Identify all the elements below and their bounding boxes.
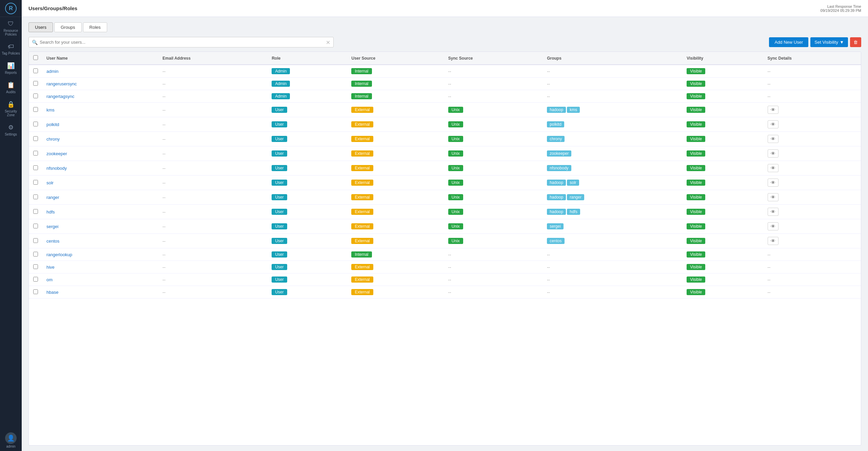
user-link[interactable]: sergei [46, 224, 58, 229]
select-all-checkbox[interactable] [33, 55, 38, 60]
role-badge: User [272, 194, 287, 200]
user-link[interactable]: centos [46, 239, 59, 244]
row-checkbox[interactable] [33, 252, 38, 257]
sidebar-item-label: Audits [6, 90, 16, 94]
row-checkbox[interactable] [33, 81, 38, 86]
sync-details-value: -- [768, 265, 771, 270]
user-link[interactable]: solr [46, 180, 54, 185]
row-checkbox[interactable] [33, 289, 38, 294]
row-checkbox[interactable] [33, 180, 38, 185]
user-link[interactable]: hbase [46, 290, 58, 295]
user-link[interactable]: kms [46, 107, 55, 112]
sync-details-eye-button[interactable]: 👁 [768, 120, 778, 128]
app-logo-icon[interactable]: R [5, 3, 17, 14]
table-row: rangerlookup--UserInternal----Visible-- [29, 248, 861, 261]
search-input[interactable] [28, 37, 334, 47]
group-badge[interactable]: nfsnobody [547, 165, 571, 171]
sidebar-item-resource-policies[interactable]: 🛡 Resource Policies [0, 17, 22, 40]
table-row: zookeeper--UserExternalUnixzookeeperVisi… [29, 146, 861, 161]
sidebar-item-security-zone[interactable]: 🔒 Security Zone [0, 97, 22, 120]
group-badge[interactable]: kms [567, 107, 580, 113]
user-link[interactable]: hdfs [46, 209, 55, 214]
group-badge[interactable]: hadoop [547, 107, 566, 113]
sync-details-eye-button[interactable]: 👁 [768, 208, 778, 216]
row-checkbox[interactable] [33, 151, 38, 156]
visibility-badge: Visible [687, 289, 705, 295]
table-row: kms--UserExternalUnixhadoopkmsVisible👁 [29, 103, 861, 117]
sidebar-item-reports[interactable]: 📊 Reports [0, 59, 22, 78]
tab-roles[interactable]: Roles [83, 22, 107, 32]
group-badge[interactable]: zookeeper [547, 150, 571, 157]
role-badge: User [272, 107, 287, 113]
group-badge[interactable]: sergei [547, 223, 564, 229]
sync-details-value: -- [768, 69, 771, 74]
group-badge[interactable]: chrony [547, 136, 565, 142]
sync-details-eye-button[interactable]: 👁 [768, 179, 778, 187]
main-area: Users/Groups/Roles Last Response Time 09… [22, 0, 868, 451]
group-badge[interactable]: hadoop [547, 209, 566, 215]
groups-value: -- [547, 265, 550, 270]
email-value: -- [162, 239, 165, 244]
sidebar-item-label: Tag Policies [2, 52, 20, 55]
tab-users[interactable]: Users [28, 22, 53, 32]
user-link[interactable]: om [46, 277, 53, 282]
table-row: hbase--UserExternal----Visible-- [29, 286, 861, 299]
user-link[interactable]: admin [46, 69, 58, 74]
sync-details-eye-button[interactable]: 👁 [768, 135, 778, 143]
sidebar-item-settings[interactable]: ⚙ Settings [0, 120, 22, 140]
role-badge: User [272, 251, 287, 258]
col-username: User Name [42, 52, 158, 65]
table-header-row: User Name Email Address Role User Source… [29, 52, 861, 65]
user-source-badge: External [351, 136, 373, 142]
visibility-badge: Visible [687, 121, 705, 127]
row-checkbox[interactable] [33, 94, 38, 98]
user-link[interactable]: rangertagsync [46, 94, 74, 99]
group-badge[interactable]: centos [547, 238, 564, 244]
set-visibility-button[interactable]: Set Visibility ▼ [810, 37, 848, 47]
group-badge[interactable]: ranger [567, 194, 584, 200]
user-link[interactable]: rangerlookup [46, 252, 72, 257]
add-new-user-button[interactable]: Add New User [769, 37, 808, 47]
row-checkbox[interactable] [33, 68, 38, 73]
email-value: -- [162, 224, 165, 229]
group-badge[interactable]: hadoop [547, 180, 566, 186]
row-checkbox[interactable] [33, 122, 38, 126]
set-visibility-label: Set Visibility [814, 40, 838, 45]
sidebar-item-audits[interactable]: 📋 Audits [0, 78, 22, 97]
sidebar-item-tag-policies[interactable]: 🏷 Tag Policies [0, 40, 22, 59]
user-link[interactable]: hive [46, 265, 55, 270]
sync-details-eye-button[interactable]: 👁 [768, 164, 778, 172]
sync-details-eye-button[interactable]: 👁 [768, 222, 778, 230]
group-badge[interactable]: hadoop [547, 194, 566, 200]
avatar[interactable]: 👤 [5, 432, 17, 444]
group-badge[interactable]: solr [567, 180, 579, 186]
row-checkbox[interactable] [33, 107, 38, 112]
topbar: Users/Groups/Roles Last Response Time 09… [22, 0, 868, 17]
user-link[interactable]: polkitd [46, 122, 59, 127]
sync-details-eye-button[interactable]: 👁 [768, 193, 778, 201]
delete-button[interactable]: 🗑 [850, 37, 861, 47]
row-checkbox[interactable] [33, 264, 38, 269]
email-value: -- [162, 122, 165, 127]
sync-details-eye-button[interactable]: 👁 [768, 149, 778, 158]
table-row: rangertagsync--AdminInternal----Visible-… [29, 90, 861, 103]
row-checkbox[interactable] [33, 277, 38, 282]
row-checkbox[interactable] [33, 209, 38, 214]
sync-details-eye-button[interactable]: 👁 [768, 237, 778, 245]
row-checkbox[interactable] [33, 194, 38, 199]
group-badge[interactable]: hdfs [567, 209, 580, 215]
sync-details-eye-button[interactable]: 👁 [768, 106, 778, 114]
visibility-badge: Visible [687, 165, 705, 171]
group-badge[interactable]: polkitd [547, 121, 564, 127]
user-link[interactable]: rangerusersync [46, 81, 77, 86]
user-link[interactable]: zookeeper [46, 151, 67, 156]
user-link[interactable]: nfsnobody [46, 166, 67, 171]
search-clear-icon[interactable]: ✕ [326, 39, 330, 45]
user-link[interactable]: ranger [46, 195, 59, 200]
row-checkbox[interactable] [33, 165, 38, 170]
row-checkbox[interactable] [33, 224, 38, 228]
user-link[interactable]: chrony [46, 137, 60, 142]
tab-groups[interactable]: Groups [54, 22, 82, 32]
row-checkbox[interactable] [33, 136, 38, 141]
row-checkbox[interactable] [33, 238, 38, 243]
